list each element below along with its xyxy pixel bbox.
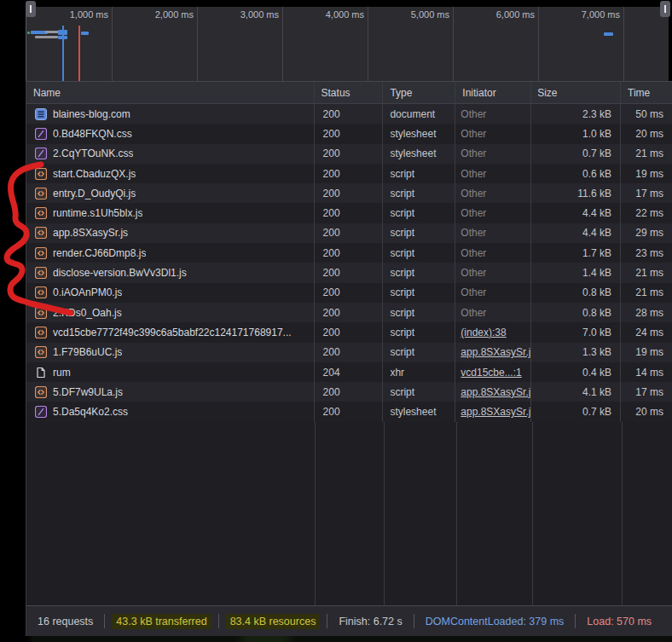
script-icon <box>35 286 47 298</box>
request-name[interactable]: start.CbaduzQX.js <box>53 168 136 180</box>
request-size: 1.3 kB <box>531 343 621 362</box>
request-initiator: Other <box>455 183 531 203</box>
request-name[interactable]: rum <box>53 367 71 379</box>
request-rows: blaines-blog.com 200 document Other 2.3 … <box>26 104 672 422</box>
request-type: xhr <box>383 362 455 382</box>
request-name[interactable]: 0.Bd48FKQN.css <box>53 128 132 140</box>
network-overview-timeline[interactable]: 1,000 ms 2,000 ms 3,000 ms 4,000 ms 5,00… <box>26 7 669 81</box>
request-status: 200 <box>315 183 384 203</box>
initiator-link[interactable]: app.8SXasySr.j <box>461 386 530 398</box>
dom-content-loaded-time: DOMContentLoaded: 379 ms <box>414 616 576 628</box>
grid-line <box>282 7 283 81</box>
request-name[interactable]: 2.CqYTOuNK.css <box>53 147 133 159</box>
tick-label: 1,000 ms <box>30 9 108 20</box>
request-row[interactable]: 0.Bd48FKQN.css 200 stylesheet Other 1.0 … <box>26 124 672 143</box>
request-time: 17 ms <box>621 183 672 203</box>
column-header-name[interactable]: Name <box>26 82 315 103</box>
column-header-time[interactable]: Time <box>621 82 672 103</box>
dcl-marker-line <box>62 26 64 81</box>
request-row[interactable]: 2.CqYTOuNK.css 200 stylesheet Other 0.7 … <box>26 144 672 164</box>
request-time: 20 ms <box>621 402 672 421</box>
request-initiator: app.8SXasySr.j <box>455 382 531 402</box>
request-size: 4.1 kB <box>531 382 621 402</box>
request-status: 200 <box>315 243 384 263</box>
request-name[interactable]: disclose-version.BwVv3Dl1.js <box>53 267 187 279</box>
request-type: document <box>383 104 455 124</box>
overview-request-bar <box>81 32 89 35</box>
request-size: 1.7 kB <box>531 243 621 263</box>
column-header-size[interactable]: Size <box>531 82 621 103</box>
request-type: stylesheet <box>383 144 455 164</box>
overview-left-handle[interactable] <box>26 1 36 17</box>
request-time: 17 ms <box>621 382 672 402</box>
grid-line <box>538 7 539 81</box>
request-row[interactable]: 2.KDs0_Oah.js 200 script Other 0.8 kB 28… <box>26 303 672 322</box>
request-status: 200 <box>315 343 384 362</box>
request-initiator: (index):38 <box>455 322 531 342</box>
request-status: 200 <box>315 283 384 303</box>
request-size: 1.4 kB <box>531 263 621 282</box>
request-row[interactable]: app.8SXasySr.js 200 script Other 4.4 kB … <box>26 223 672 243</box>
request-status: 200 <box>315 223 384 243</box>
request-type: script <box>383 382 455 402</box>
finish-time: Finish: 6.72 s <box>327 616 413 628</box>
initiator-text: Other <box>461 128 486 140</box>
request-size: 0.7 kB <box>531 402 621 421</box>
request-type: script <box>383 263 455 282</box>
column-header-status[interactable]: Status <box>315 82 384 103</box>
request-name[interactable]: entry.D_OudyQi.js <box>53 188 136 200</box>
request-row[interactable]: 0.iAOAnPM0.js 200 script Other 0.8 kB 21… <box>26 283 672 303</box>
request-name[interactable]: 1.F79B6uUC.js <box>53 346 122 358</box>
request-time: 19 ms <box>621 164 672 183</box>
request-name[interactable]: blaines-blog.com <box>53 108 130 120</box>
request-time: 21 ms <box>621 263 672 282</box>
grid-line <box>368 7 368 81</box>
request-time: 23 ms <box>621 243 672 263</box>
request-type: script <box>383 283 455 303</box>
request-name[interactable]: 5.Da5q4Ko2.css <box>53 406 128 418</box>
request-name[interactable]: 2.KDs0_Oah.js <box>53 307 122 319</box>
request-initiator: Other <box>455 104 531 124</box>
request-row[interactable]: vcd15cbe7772f49c399c6a5babf22c1241717689… <box>26 322 672 342</box>
request-row[interactable]: disclose-version.BwVv3Dl1.js 200 script … <box>26 263 672 282</box>
column-header-type[interactable]: Type <box>383 82 455 103</box>
request-name[interactable]: runtime.s1Uh5blx.js <box>53 207 142 219</box>
overview-request-bar <box>35 36 58 38</box>
request-row[interactable]: start.CbaduzQX.js 200 script Other 0.6 k… <box>26 164 672 183</box>
request-status: 200 <box>315 124 384 143</box>
request-row[interactable]: runtime.s1Uh5blx.js 200 script Other 4.4… <box>26 203 672 223</box>
tick-label: 7,000 ms <box>542 9 620 20</box>
request-row[interactable]: entry.D_OudyQi.js 200 script Other 11.6 … <box>26 183 672 203</box>
initiator-link[interactable]: app.8SXasySr.j <box>461 346 530 358</box>
request-status: 200 <box>315 402 384 421</box>
request-row[interactable]: 5.Da5q4Ko2.css 200 stylesheet app.8SXasy… <box>26 402 672 421</box>
request-row[interactable]: blaines-blog.com 200 document Other 2.3 … <box>26 104 672 124</box>
initiator-link[interactable]: vcd15cbe...:1 <box>461 367 521 379</box>
request-name[interactable]: app.8SXasySr.js <box>53 227 128 239</box>
request-initiator: Other <box>455 124 531 143</box>
request-type: script <box>383 223 455 243</box>
column-header-initiator[interactable]: Initiator <box>455 82 531 103</box>
request-name[interactable]: vcd15cbe7772f49c399c6a5babf22c1241717689… <box>53 327 292 338</box>
request-name[interactable]: 5.DF7w9ULa.js <box>53 386 123 398</box>
request-time: 24 ms <box>621 322 672 342</box>
request-row[interactable]: 1.F79B6uUC.js 200 script app.8SXasySr.j … <box>26 343 672 362</box>
request-size: 2.3 kB <box>531 104 621 124</box>
tick-label: 5,000 ms <box>371 9 449 20</box>
request-row[interactable]: rum 204 xhr vcd15cbe...:1 0.4 kB 14 ms <box>26 362 672 382</box>
request-name[interactable]: 0.iAOAnPM0.js <box>53 286 122 298</box>
grid-line <box>453 7 454 81</box>
request-row[interactable]: render.CJ66Dmp8.js 200 script Other 1.7 … <box>26 243 672 263</box>
initiator-text: Other <box>461 188 486 200</box>
request-initiator: Other <box>455 164 531 183</box>
initiator-link[interactable]: (index):38 <box>461 327 506 338</box>
request-name[interactable]: render.CJ66Dmp8.js <box>53 247 146 259</box>
request-row[interactable]: 5.DF7w9ULa.js 200 script app.8SXasySr.j … <box>26 382 672 402</box>
request-time: 29 ms <box>621 223 672 243</box>
resources-size: 83.4 kB resources <box>226 614 321 629</box>
devtools-network-panel: 1,000 ms 2,000 ms 3,000 ms 4,000 ms 5,00… <box>0 0 672 642</box>
initiator-text: Other <box>461 307 486 319</box>
overview-right-handle[interactable] <box>660 1 670 17</box>
initiator-link[interactable]: app.8SXasySr.j <box>461 406 530 418</box>
request-size: 7.0 kB <box>531 322 621 342</box>
